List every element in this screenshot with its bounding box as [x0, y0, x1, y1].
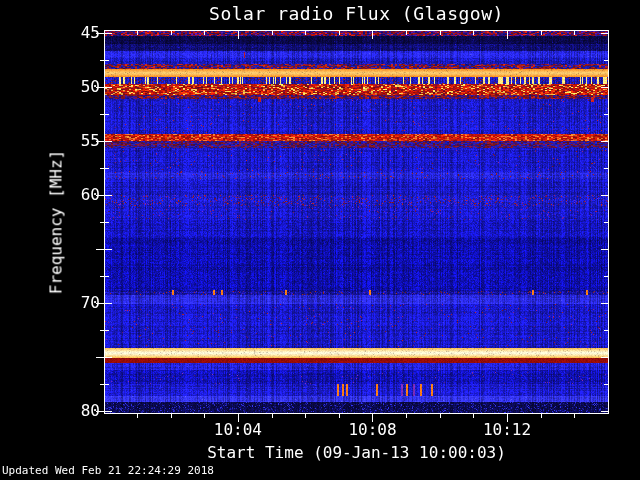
y-axis-title: Frequency [MHz] [47, 150, 66, 295]
x-axis-title: Start Time (09-Jan-13 10:00:03) [105, 443, 608, 462]
solar-radio-spectrogram-window: Solar radio Flux (Glasgow) Frequency [MH… [0, 0, 640, 480]
y-tick-label: 70 [56, 293, 100, 313]
y-tick-label: 80 [56, 401, 100, 421]
x-tick-label: 10:12 [472, 420, 542, 439]
updated-timestamp: Updated Wed Feb 21 22:24:29 2018 [2, 464, 214, 477]
chart-title: Solar radio Flux (Glasgow) [105, 3, 608, 24]
y-tick-label: 55 [56, 131, 100, 151]
y-tick-label: 45 [56, 23, 100, 43]
x-tick-label: 10:08 [337, 420, 407, 439]
y-tick-label: 50 [56, 77, 100, 97]
y-tick-label: 60 [56, 185, 100, 205]
x-tick-label: 10:04 [203, 420, 273, 439]
